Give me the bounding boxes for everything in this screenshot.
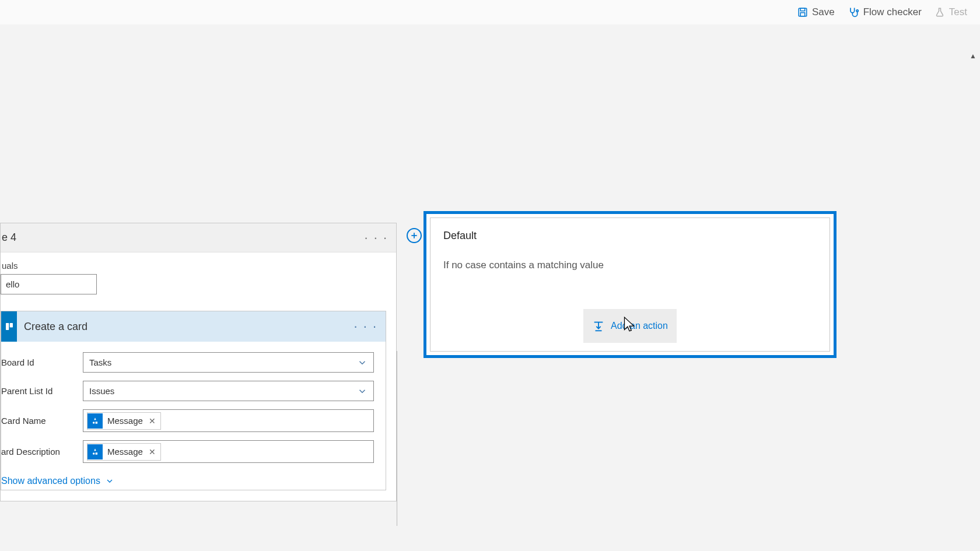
add-action-icon	[592, 320, 605, 332]
case-body: uals Create a card · · · Board Id	[1, 252, 396, 501]
case-header[interactable]: e 4 · · ·	[1, 223, 396, 252]
default-branch-card[interactable]: Default If no case contains a matching v…	[424, 211, 836, 358]
designer-canvas[interactable]: ▲ e 4 · · · uals Create a card · · ·	[0, 24, 980, 551]
action-title: Create a card	[24, 321, 88, 333]
chevron-down-icon	[357, 357, 368, 368]
board-id-value: Tasks	[89, 357, 111, 367]
top-toolbar: Save Flow checker Test	[0, 0, 980, 24]
test-button[interactable]: Test	[935, 6, 967, 18]
svg-rect-1	[800, 8, 805, 11]
default-description: If no case contains a matching value	[443, 259, 817, 271]
case-value-input[interactable]	[1, 274, 97, 294]
chevron-down-icon	[105, 476, 114, 486]
show-advanced-options-link[interactable]: Show advanced options	[1, 471, 374, 486]
svg-rect-6	[9, 323, 12, 328]
chevron-down-icon	[357, 386, 368, 396]
card-name-input[interactable]: Message ✕	[83, 409, 374, 432]
svg-rect-8	[96, 422, 98, 424]
action-body: Board Id Tasks Parent List Id Issues	[1, 342, 386, 490]
add-action-label: Add an action	[611, 321, 668, 331]
dynamic-token-message[interactable]: Message ✕	[87, 412, 161, 430]
flask-icon	[935, 7, 945, 17]
parent-list-id-label: Parent List Id	[1, 386, 83, 396]
dynamic-content-icon	[88, 444, 103, 459]
case-card: e 4 · · · uals Create a card · · ·	[0, 223, 397, 501]
svg-point-9	[93, 452, 95, 455]
svg-point-3	[856, 10, 858, 12]
save-button[interactable]: Save	[797, 6, 835, 18]
case-menu-button[interactable]: · · ·	[364, 230, 388, 245]
svg-rect-10	[96, 452, 98, 455]
parent-list-id-value: Issues	[89, 386, 114, 396]
token-label: Message	[107, 416, 143, 426]
add-action-button[interactable]: Add an action	[583, 309, 677, 343]
board-id-label: Board Id	[1, 357, 83, 367]
dynamic-token-message[interactable]: Message ✕	[87, 443, 161, 461]
test-label: Test	[949, 6, 967, 18]
card-description-input[interactable]: Message ✕	[83, 440, 374, 463]
add-case-button[interactable]	[407, 228, 422, 243]
token-remove-button[interactable]: ✕	[148, 447, 157, 457]
equals-label: uals	[1, 261, 384, 271]
scroll-up-icon[interactable]: ▲	[968, 51, 978, 61]
connector-line	[397, 351, 397, 526]
card-name-label: Card Name	[1, 416, 83, 426]
stethoscope-icon	[848, 6, 859, 18]
save-icon	[797, 7, 808, 17]
action-menu-button[interactable]: · · ·	[354, 319, 377, 334]
svg-rect-5	[6, 323, 9, 330]
svg-point-7	[93, 422, 95, 424]
dynamic-content-icon	[88, 413, 103, 429]
token-remove-button[interactable]: ✕	[148, 416, 157, 426]
svg-rect-2	[800, 13, 805, 16]
card-description-label: ard Description	[1, 447, 83, 457]
trello-icon	[1, 311, 17, 342]
parent-list-id-select[interactable]: Issues	[83, 381, 374, 401]
case-title: e 4	[1, 231, 16, 244]
token-label: Message	[107, 447, 143, 457]
advanced-label: Show advanced options	[1, 476, 100, 486]
board-id-select[interactable]: Tasks	[83, 352, 374, 373]
action-card-create-card: Create a card · · · Board Id Tasks Paren…	[1, 311, 386, 490]
save-label: Save	[812, 6, 835, 18]
flow-checker-button[interactable]: Flow checker	[848, 6, 922, 18]
default-title: Default	[443, 230, 817, 242]
flow-checker-label: Flow checker	[863, 6, 922, 18]
action-header[interactable]: Create a card · · ·	[1, 311, 386, 342]
